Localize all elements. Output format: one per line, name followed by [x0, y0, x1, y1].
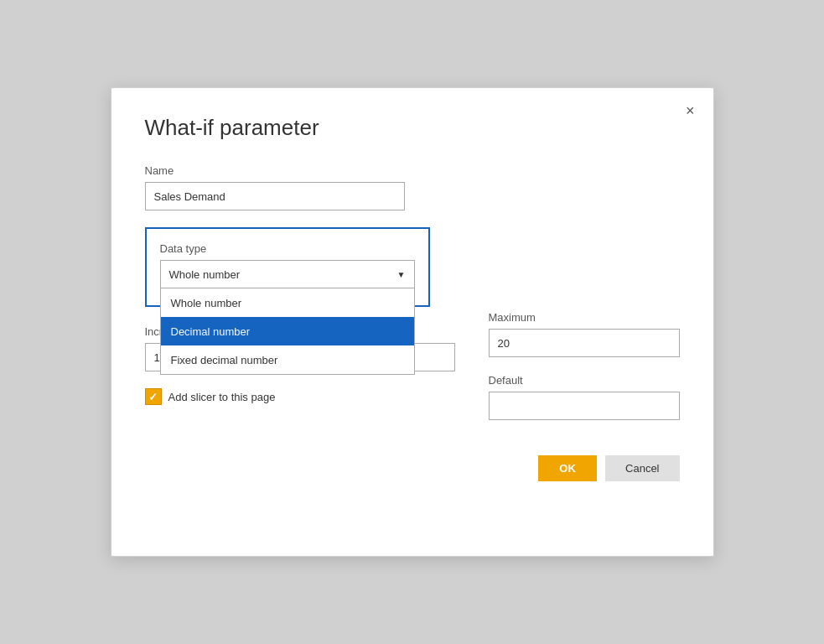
datatype-dropdown: Whole number Decimal number Fixed decima… [160, 288, 415, 375]
option-decimal-number[interactable]: Decimal number [161, 317, 414, 345]
slicer-checkbox-row: ✓ Add slicer to this page [145, 388, 455, 405]
slicer-checkbox-label: Add slicer to this page [168, 391, 276, 403]
name-label: Name [145, 164, 680, 177]
checkmark-icon: ✓ [148, 391, 158, 403]
ok-button[interactable]: OK [538, 455, 597, 481]
default-label: Default [489, 374, 680, 387]
default-input[interactable] [489, 392, 680, 420]
datatype-selected-value: Whole number [169, 268, 241, 281]
cancel-button[interactable]: Cancel [605, 455, 679, 481]
maximum-group: Maximum [489, 311, 680, 357]
maximum-label: Maximum [489, 311, 680, 324]
close-button[interactable]: × [681, 100, 700, 122]
dropdown-arrow-icon: ▼ [397, 270, 406, 279]
left-panel: Data type Whole number ▼ Whole number De… [145, 227, 455, 439]
dialog-title: What-if parameter [145, 115, 680, 141]
datatype-select[interactable]: Whole number ▼ [160, 260, 415, 288]
slicer-checkbox[interactable]: ✓ [145, 388, 162, 405]
default-group: Default [489, 374, 680, 420]
content-area: Data type Whole number ▼ Whole number De… [145, 227, 680, 439]
datatype-select-container: Whole number ▼ Whole number Decimal numb… [160, 260, 415, 288]
datatype-label: Data type [160, 242, 415, 255]
option-fixed-decimal-number[interactable]: Fixed decimal number [161, 345, 414, 374]
datatype-section: Data type Whole number ▼ Whole number De… [145, 227, 430, 307]
maximum-input[interactable] [489, 329, 680, 357]
what-if-dialog: × What-if parameter Name Data type Whole… [111, 87, 714, 557]
dialog-footer: OK Cancel [145, 455, 680, 481]
right-panel: Maximum Default [489, 227, 680, 439]
option-whole-number[interactable]: Whole number [161, 288, 414, 317]
name-input[interactable] [145, 182, 405, 210]
